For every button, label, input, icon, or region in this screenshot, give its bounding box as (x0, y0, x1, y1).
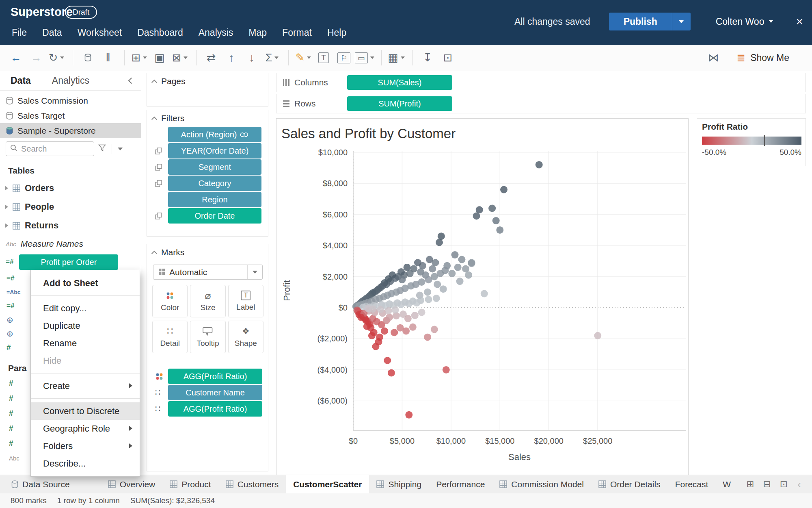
marks-button-tooltip[interactable]: Tooltip (190, 321, 225, 353)
scatter-point[interactable] (440, 285, 447, 293)
new-dashboard-icon[interactable]: ⊟ (760, 479, 773, 490)
cell-size-icon[interactable]: ▦ (387, 48, 406, 67)
scatter-point[interactable] (418, 309, 425, 316)
show-me-button[interactable]: ≣ Show Me (736, 52, 789, 64)
scatter-point[interactable] (476, 206, 483, 213)
search-input[interactable] (21, 144, 78, 154)
scatter-point[interactable] (451, 251, 459, 258)
scatter-point[interactable] (414, 259, 421, 266)
sheet-tab-w[interactable]: W (715, 475, 738, 493)
new-worksheet-icon[interactable]: ⊞ (130, 48, 149, 67)
sheet-tab-overview[interactable]: Overview (101, 475, 163, 493)
sort-ascending-icon[interactable]: ↑ (222, 48, 241, 67)
sheet-tab-commission-model[interactable]: Commission Model (492, 475, 591, 493)
user-menu[interactable]: Colten Woo (716, 16, 773, 27)
sheet-tab-customerscatter[interactable]: CustomerScatter (286, 475, 369, 493)
data-source-sample-superstore[interactable]: Sample - Superstore (0, 123, 141, 138)
sheet-tab-order-details[interactable]: Order Details (591, 475, 668, 493)
scatter-point[interactable] (424, 289, 431, 296)
caret-down-icon[interactable] (118, 148, 123, 150)
scatter-point[interactable] (388, 369, 395, 377)
filter-pill-category[interactable]: Category (168, 176, 261, 191)
context-menu-item-describe[interactable]: Describe... (31, 455, 140, 472)
scatter-point[interactable] (377, 306, 384, 313)
scatter-point[interactable] (402, 327, 410, 334)
scatter-point[interactable] (357, 314, 365, 321)
scatter-point[interactable] (426, 256, 433, 263)
table-returns[interactable]: Returns (0, 216, 141, 235)
sheet-tab-forecast[interactable]: Forecast (668, 475, 716, 493)
scatter-point[interactable] (436, 239, 443, 246)
presentation-icon[interactable]: ⊡ (438, 48, 457, 67)
scatter-point[interactable] (375, 338, 382, 345)
context-menu-item-create[interactable]: Create (31, 377, 140, 395)
scatter-point[interactable] (488, 204, 496, 212)
scatter-point[interactable] (384, 357, 391, 364)
filter-pill-segment[interactable]: Segment (168, 159, 261, 175)
scatter-point[interactable] (391, 329, 398, 336)
data-source-sales-target[interactable]: Sales Target (0, 108, 141, 123)
scatter-point[interactable] (429, 265, 436, 273)
filter-pill-region[interactable]: Region (168, 192, 261, 207)
scatter-point[interactable] (496, 226, 503, 234)
shelf-pill-sum-sales[interactable]: SUM(Sales) (347, 75, 452, 90)
marks-button-shape[interactable]: ❖Shape (228, 321, 263, 353)
filters-card-header[interactable]: Filters (147, 110, 268, 126)
scatter-point[interactable] (385, 307, 392, 315)
redo-icon[interactable]: ↻ (47, 48, 66, 67)
field-measure-names[interactable]: Abc Measure Names (0, 235, 141, 253)
marks-pill-agg-profit-ratio[interactable]: AGG(Profit Ratio) (168, 401, 262, 417)
scatter-point[interactable] (409, 323, 417, 331)
sheet-tab-shipping[interactable]: Shipping (369, 475, 429, 493)
swap-rows-columns-icon[interactable]: ⇄ (202, 48, 220, 67)
marks-button-detail[interactable]: ∷Detail (152, 321, 188, 353)
totals-icon[interactable]: Σ (263, 48, 281, 67)
mirror-icon[interactable]: ⋈ (704, 48, 723, 67)
collapse-panel-button[interactable] (122, 71, 141, 90)
filter-pill-order-date[interactable]: Order Date (168, 208, 261, 224)
pause-auto-updates-icon[interactable]: ‖ (99, 48, 117, 67)
new-worksheet-tab-icon[interactable]: ⊞ (744, 479, 756, 490)
table-people[interactable]: People (0, 198, 141, 216)
search-box[interactable] (6, 141, 94, 156)
field-profit-per-order[interactable]: =# Profit per Order (0, 253, 141, 271)
scatter-point[interactable] (443, 366, 450, 373)
scatter-point[interactable] (438, 232, 445, 240)
shelf-pill-sum-profit[interactable]: SUM(Profit) (347, 96, 452, 111)
marks-button-color[interactable]: Color (152, 285, 188, 317)
mark-type-dropdown[interactable]: Automatic (153, 265, 263, 280)
menu-map[interactable]: Map (241, 25, 274, 41)
scatter-point[interactable] (473, 213, 480, 220)
scatter-point[interactable] (411, 312, 419, 319)
sheet-tab-performance[interactable]: Performance (429, 475, 492, 493)
scatter-point[interactable] (398, 276, 406, 283)
context-menu-item-edit-copy[interactable]: Edit copy... (31, 300, 140, 317)
tab-data[interactable]: Data (0, 71, 41, 90)
scatter-point[interactable] (431, 326, 438, 333)
scatter-point[interactable] (368, 332, 376, 339)
table-orders[interactable]: Orders (0, 179, 141, 198)
scatter-point[interactable] (392, 306, 399, 314)
pages-card-header[interactable]: Pages (147, 73, 268, 89)
scatter-point[interactable] (458, 256, 465, 263)
scatter-point[interactable] (441, 267, 449, 274)
scatter-point[interactable] (492, 217, 500, 224)
scatter-point[interactable] (405, 411, 412, 419)
download-icon[interactable]: ↧ (418, 48, 437, 67)
menu-worksheet[interactable]: Worksheet (70, 25, 130, 41)
scatter-point[interactable] (465, 271, 472, 279)
scatter-point[interactable] (397, 301, 405, 308)
marks-card-header[interactable]: Marks (147, 244, 268, 261)
scatter-point[interactable] (456, 278, 464, 285)
filter-pill-year-order-date[interactable]: YEAR(Order Date) (168, 143, 261, 158)
show-mark-labels-icon[interactable]: ⚐ (335, 48, 353, 67)
scatter-point[interactable] (386, 314, 393, 321)
marks-button-size[interactable]: ⌀Size (190, 285, 225, 317)
scatter-point[interactable] (454, 264, 462, 271)
legend-marker[interactable] (764, 135, 765, 146)
menu-help[interactable]: Help (320, 25, 354, 41)
sheet-tab-product[interactable]: Product (162, 475, 218, 493)
filter-pill-action-region[interactable]: Action (Region) (168, 127, 261, 142)
selected-field-pill[interactable]: Profit per Order (19, 254, 118, 270)
expand-icon[interactable] (5, 186, 8, 191)
